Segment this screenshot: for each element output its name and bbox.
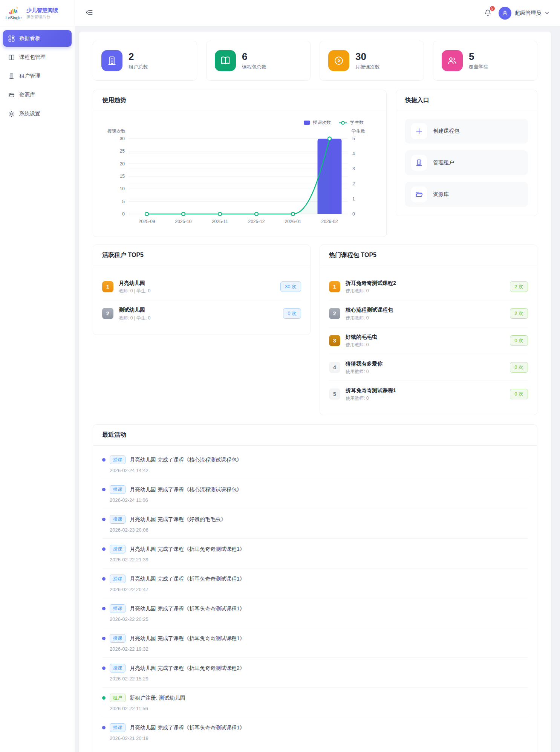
usage-count-badge: 0 次 [510, 389, 528, 399]
usage-trend-card: 使用趋势 授课次数 学生数 [93, 90, 387, 237]
course-info: 好饿的毛毛虫 使用教师: 0 [346, 333, 505, 348]
activity-type-badge: 授课 [110, 545, 125, 553]
recent-activity-card: 最近活动 授课 月亮幼儿园 完成了课程《核心流程测试课程包》 2026-02-2… [93, 424, 537, 752]
tenant-row: 1 月亮幼儿园 教师: 0 | 学生: 0 30 次 [102, 274, 301, 300]
activity-timestamp: 2026-02-21 20:19 [110, 735, 528, 741]
gear-icon [8, 111, 15, 117]
user-name: 超级管理员 [515, 10, 541, 17]
course-row: 1 折耳兔奇奇测试课程2 使用教师: 0 2 次 [329, 274, 528, 300]
quick-entry-manage-tenants[interactable]: 管理租户 [405, 150, 528, 175]
quick-entry-body: 创建课程包 管理租户 [396, 111, 537, 216]
svg-text:0: 0 [122, 211, 125, 217]
hot-courses-card: 热门课程包 TOP5 1 折耳兔奇奇测试课程2 使用教师: 0 2 次 [320, 245, 537, 415]
sidebar-item-resources[interactable]: 资源库 [3, 87, 72, 103]
menu-fold-icon [86, 9, 93, 16]
sidebar-item-label: 数据看板 [19, 35, 40, 42]
charts-row: 使用趋势 授课次数 学生数 [93, 90, 537, 237]
active-tenants-list: 1 月亮幼儿园 教师: 0 | 学生: 0 30 次 2 [102, 274, 301, 327]
activity-row: 授课 月亮幼儿园 完成了课程《折耳兔奇奇测试课程1》 2026-02-22 21… [102, 538, 528, 568]
quick-entry-resources[interactable]: 资源库 [405, 182, 528, 207]
usage-count-badge: 0 次 [510, 335, 528, 346]
notifications-button[interactable]: 5 [484, 8, 492, 18]
rank-badge: 3 [329, 335, 340, 346]
usage-count-badge: 2 次 [510, 281, 528, 292]
usage-count-badge: 30 次 [280, 281, 301, 292]
svg-text:2026-02: 2026-02 [321, 219, 338, 224]
activity-row: 租户 新租户注册: 测试幼儿园 2026-02-22 11:56 [102, 687, 528, 717]
svg-text:3: 3 [352, 166, 355, 171]
top5-row: 活跃租户 TOP5 1 月亮幼儿园 教师: 0 | 学生: 0 30 次 [93, 245, 537, 415]
header-right: 5 超级管理员 [484, 7, 549, 20]
quick-entry-create-course[interactable]: 创建课程包 [405, 119, 528, 144]
card-title: 活跃租户 TOP5 [93, 245, 310, 266]
sidebar-item-course-packages[interactable]: 课程包管理 [3, 49, 72, 66]
svg-text:2025-09: 2025-09 [138, 219, 155, 224]
app-title: 少儿智慧阅读 [26, 7, 58, 14]
stat-card-students: 5 覆盖学生 [433, 41, 537, 81]
activity-timestamp: 2026-02-22 15:29 [110, 676, 528, 682]
svg-text:15: 15 [120, 174, 125, 179]
activity-text: 月亮幼儿园 完成了课程《核心流程测试课程包》 [130, 457, 242, 463]
activity-type-badge: 授课 [110, 485, 125, 494]
svg-text:0: 0 [352, 211, 355, 217]
user-menu[interactable]: 超级管理员 [499, 7, 549, 20]
course-info: 核心流程测试课程包 使用教师: 0 [346, 306, 505, 321]
sidebar: LeSingle 少儿智慧阅读 服务管理后台 数据看板 课程包管理 [0, 0, 75, 752]
tenant-name: 月亮幼儿园 [119, 279, 275, 287]
legend-item-lessons[interactable]: 授课次数 [304, 119, 331, 126]
activity-type-badge: 授课 [110, 604, 125, 613]
stat-icon-tile [215, 50, 236, 71]
activity-text: 月亮幼儿园 完成了课程《折耳兔奇奇测试课程1》 [130, 635, 245, 642]
sidebar-item-dashboard[interactable]: 数据看板 [3, 30, 72, 47]
activity-row: 授课 月亮幼儿园 完成了课程《折耳兔奇奇测试课程1》 2026-02-22 20… [102, 568, 528, 598]
activity-dot-icon [102, 726, 106, 729]
course-name: 好饿的毛毛虫 [346, 333, 505, 341]
course-meta: 使用教师: 0 [346, 315, 505, 321]
tenant-name: 测试幼儿园 [119, 306, 278, 313]
activity-type-badge: 租户 [110, 694, 125, 702]
activity-timestamp: 2026-02-22 19:32 [110, 646, 528, 652]
sidebar-collapse-button[interactable] [86, 9, 93, 18]
usage-count-badge: 0 次 [283, 308, 301, 319]
svg-text:5: 5 [352, 136, 355, 141]
sidebar-item-label: 课程包管理 [19, 54, 46, 61]
building-icon [415, 159, 423, 167]
activity-dot-icon [102, 577, 106, 581]
stat-card-monthly-lessons: 30 月授课次数 [320, 41, 424, 81]
activity-text: 月亮幼儿园 完成了课程《核心流程测试课程包》 [130, 486, 242, 493]
card-title: 最近活动 [93, 425, 537, 446]
course-row: 4 猜猜我有多爱你 使用教师: 0 0 次 [329, 354, 528, 381]
rank-badge: 2 [102, 308, 113, 319]
svg-text:5: 5 [122, 199, 125, 204]
sidebar-item-settings[interactable]: 系统设置 [3, 105, 72, 122]
course-meta: 使用教师: 0 [346, 395, 505, 402]
book-icon [220, 56, 230, 66]
activity-text: 新租户注册: 测试幼儿园 [130, 695, 185, 702]
notification-count-badge: 5 [489, 5, 496, 12]
card-title: 快捷入口 [396, 90, 537, 111]
stat-texts: 30 月授课次数 [355, 51, 380, 70]
legend-item-students[interactable]: 学生数 [338, 119, 364, 126]
activity-dot-icon [102, 488, 106, 491]
quick-entry-label: 创建课程包 [433, 128, 459, 135]
quick-entry-label: 资源库 [433, 191, 449, 198]
stat-label: 覆盖学生 [469, 64, 488, 70]
activity-timestamp: 2026-02-22 11:56 [110, 706, 528, 711]
activity-timestamp: 2026-02-22 21:39 [110, 557, 528, 562]
sidebar-item-tenants[interactable]: 租户管理 [3, 68, 72, 84]
hot-courses-list: 1 折耳兔奇奇测试课程2 使用教师: 0 2 次 2 [329, 274, 528, 407]
stat-value: 2 [129, 51, 148, 63]
dashboard-icon [8, 35, 15, 42]
users-icon [447, 56, 457, 66]
card-title: 使用趋势 [93, 90, 386, 111]
top-header: 5 超级管理员 [75, 0, 560, 26]
folder-icon [8, 92, 15, 98]
quick-entry-label: 管理租户 [433, 159, 454, 166]
svg-text:10: 10 [120, 186, 125, 191]
stat-value: 5 [469, 51, 488, 63]
activity-timestamp: 2026-02-24 11:06 [110, 497, 528, 503]
course-name: 折耳兔奇奇测试课程1 [346, 387, 505, 394]
main-content: 2 租户总数 6 课程包总数 [75, 26, 560, 752]
stat-texts: 2 租户总数 [129, 51, 148, 70]
legend-label: 学生数 [350, 119, 364, 126]
